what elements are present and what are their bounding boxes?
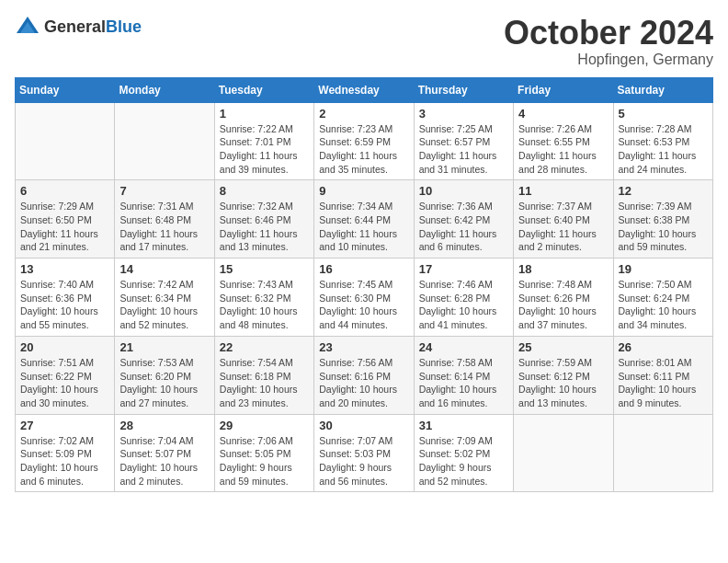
- day-info: Sunrise: 7:02 AMSunset: 5:09 PMDaylight:…: [20, 434, 109, 488]
- calendar-cell: 6Sunrise: 7:29 AMSunset: 6:50 PMDaylight…: [16, 180, 115, 259]
- day-number: 5: [619, 107, 708, 121]
- calendar-cell: 25Sunrise: 7:59 AMSunset: 6:12 PMDayligh…: [514, 336, 613, 414]
- day-info: Sunrise: 7:23 AMSunset: 6:59 PMDaylight:…: [319, 122, 408, 177]
- calendar-cell: 2Sunrise: 7:23 AMSunset: 6:59 PMDaylight…: [314, 102, 414, 180]
- location-title: Hopfingen, Germany: [504, 52, 713, 68]
- day-info: Sunrise: 7:39 AMSunset: 6:38 PMDaylight:…: [619, 200, 708, 254]
- day-info: Sunrise: 7:51 AMSunset: 6:22 PMDaylight:…: [20, 356, 109, 410]
- day-number: 29: [220, 419, 309, 432]
- calendar-cell: 12Sunrise: 7:39 AMSunset: 6:38 PMDayligh…: [613, 180, 712, 259]
- weekday-header: Saturday: [613, 77, 712, 102]
- calendar-body: 1Sunrise: 7:22 AMSunset: 7:01 PMDaylight…: [16, 102, 713, 492]
- day-info: Sunrise: 7:22 AMSunset: 7:01 PMDaylight:…: [220, 122, 309, 177]
- weekday-header: Sunday: [16, 77, 115, 102]
- weekday-row: SundayMondayTuesdayWednesdayThursdayFrid…: [16, 77, 713, 102]
- calendar-cell: 15Sunrise: 7:43 AMSunset: 6:32 PMDayligh…: [214, 259, 313, 337]
- day-number: 4: [518, 107, 608, 121]
- calendar-table: SundayMondayTuesdayWednesdayThursdayFrid…: [15, 77, 713, 493]
- day-number: 6: [20, 184, 109, 198]
- calendar-cell: 3Sunrise: 7:25 AMSunset: 6:57 PMDaylight…: [414, 102, 513, 180]
- calendar-cell: [514, 414, 613, 492]
- calendar-cell: 16Sunrise: 7:45 AMSunset: 6:30 PMDayligh…: [314, 259, 414, 337]
- day-info: Sunrise: 7:28 AMSunset: 6:53 PMDaylight:…: [619, 122, 708, 177]
- logo-text-general: General: [44, 17, 106, 36]
- weekday-header: Wednesday: [314, 77, 414, 102]
- day-info: Sunrise: 7:36 AMSunset: 6:42 PMDaylight:…: [419, 200, 508, 254]
- day-info: Sunrise: 7:06 AMSunset: 5:05 PMDaylight:…: [220, 434, 309, 488]
- day-info: Sunrise: 7:09 AMSunset: 5:02 PMDaylight:…: [419, 434, 508, 488]
- calendar-cell: 8Sunrise: 7:32 AMSunset: 6:46 PMDaylight…: [214, 180, 313, 259]
- calendar-cell: 18Sunrise: 7:48 AMSunset: 6:26 PMDayligh…: [514, 259, 613, 337]
- day-info: Sunrise: 7:34 AMSunset: 6:44 PMDaylight:…: [319, 200, 408, 254]
- day-info: Sunrise: 7:29 AMSunset: 6:50 PMDaylight:…: [20, 200, 109, 254]
- calendar-cell: 17Sunrise: 7:46 AMSunset: 6:28 PMDayligh…: [414, 259, 513, 337]
- day-number: 10: [419, 184, 508, 198]
- day-number: 2: [319, 107, 408, 121]
- day-number: 14: [119, 262, 209, 276]
- day-info: Sunrise: 7:46 AMSunset: 6:28 PMDaylight:…: [419, 278, 508, 332]
- calendar-week-row: 20Sunrise: 7:51 AMSunset: 6:22 PMDayligh…: [16, 336, 713, 414]
- calendar-week-row: 27Sunrise: 7:02 AMSunset: 5:09 PMDayligh…: [16, 414, 713, 492]
- calendar-cell: 22Sunrise: 7:54 AMSunset: 6:18 PMDayligh…: [214, 336, 313, 414]
- calendar-cell: [115, 102, 214, 180]
- day-info: Sunrise: 7:59 AMSunset: 6:12 PMDaylight:…: [518, 356, 608, 410]
- day-number: 20: [20, 340, 109, 354]
- calendar-cell: 20Sunrise: 7:51 AMSunset: 6:22 PMDayligh…: [16, 336, 115, 414]
- calendar-cell: 7Sunrise: 7:31 AMSunset: 6:48 PMDaylight…: [115, 180, 214, 259]
- day-info: Sunrise: 7:45 AMSunset: 6:30 PMDaylight:…: [319, 278, 408, 332]
- calendar-cell: 9Sunrise: 7:34 AMSunset: 6:44 PMDaylight…: [314, 180, 414, 259]
- calendar-cell: 29Sunrise: 7:06 AMSunset: 5:05 PMDayligh…: [214, 414, 313, 492]
- calendar-cell: 11Sunrise: 7:37 AMSunset: 6:40 PMDayligh…: [514, 180, 613, 259]
- day-number: 11: [518, 184, 608, 198]
- day-number: 15: [220, 262, 309, 276]
- title-block: October 2024 Hopfingen, Germany: [504, 15, 713, 68]
- day-number: 12: [619, 184, 708, 198]
- day-info: Sunrise: 7:53 AMSunset: 6:20 PMDaylight:…: [119, 356, 209, 410]
- calendar-cell: [613, 414, 712, 492]
- calendar-cell: 21Sunrise: 7:53 AMSunset: 6:20 PMDayligh…: [115, 336, 214, 414]
- day-number: 27: [20, 419, 109, 432]
- calendar-cell: 28Sunrise: 7:04 AMSunset: 5:07 PMDayligh…: [115, 414, 214, 492]
- day-number: 13: [20, 262, 109, 276]
- calendar-week-row: 6Sunrise: 7:29 AMSunset: 6:50 PMDaylight…: [16, 180, 713, 259]
- calendar-cell: [16, 102, 115, 180]
- day-info: Sunrise: 7:50 AMSunset: 6:24 PMDaylight:…: [619, 278, 708, 332]
- weekday-header: Monday: [115, 77, 214, 102]
- day-info: Sunrise: 7:31 AMSunset: 6:48 PMDaylight:…: [119, 200, 209, 254]
- calendar-cell: 10Sunrise: 7:36 AMSunset: 6:42 PMDayligh…: [414, 180, 513, 259]
- day-info: Sunrise: 7:43 AMSunset: 6:32 PMDaylight:…: [220, 278, 309, 332]
- day-info: Sunrise: 7:04 AMSunset: 5:07 PMDaylight:…: [119, 434, 209, 488]
- day-number: 9: [319, 184, 408, 198]
- day-number: 28: [119, 419, 209, 432]
- calendar-cell: 1Sunrise: 7:22 AMSunset: 7:01 PMDaylight…: [214, 102, 313, 180]
- day-info: Sunrise: 7:26 AMSunset: 6:55 PMDaylight:…: [518, 122, 608, 177]
- weekday-header: Tuesday: [214, 77, 313, 102]
- logo-text-blue: Blue: [106, 17, 142, 36]
- day-info: Sunrise: 7:37 AMSunset: 6:40 PMDaylight:…: [518, 200, 608, 254]
- day-info: Sunrise: 7:40 AMSunset: 6:36 PMDaylight:…: [20, 278, 109, 332]
- day-info: Sunrise: 7:56 AMSunset: 6:16 PMDaylight:…: [319, 356, 408, 410]
- day-number: 18: [518, 262, 608, 276]
- calendar-cell: 31Sunrise: 7:09 AMSunset: 5:02 PMDayligh…: [414, 414, 513, 492]
- day-number: 25: [518, 340, 608, 354]
- day-number: 17: [419, 262, 508, 276]
- day-number: 16: [319, 262, 408, 276]
- logo-icon: [15, 15, 40, 40]
- calendar-cell: 30Sunrise: 7:07 AMSunset: 5:03 PMDayligh…: [314, 414, 414, 492]
- day-number: 24: [419, 340, 508, 354]
- day-number: 1: [220, 107, 309, 121]
- weekday-header: Friday: [514, 77, 613, 102]
- day-number: 30: [319, 419, 408, 432]
- calendar-cell: 19Sunrise: 7:50 AMSunset: 6:24 PMDayligh…: [613, 259, 712, 337]
- day-info: Sunrise: 7:25 AMSunset: 6:57 PMDaylight:…: [419, 122, 508, 177]
- weekday-header: Thursday: [414, 77, 513, 102]
- calendar-cell: 4Sunrise: 7:26 AMSunset: 6:55 PMDaylight…: [514, 102, 613, 180]
- calendar-cell: 26Sunrise: 8:01 AMSunset: 6:11 PMDayligh…: [613, 336, 712, 414]
- day-number: 22: [220, 340, 309, 354]
- calendar-cell: 14Sunrise: 7:42 AMSunset: 6:34 PMDayligh…: [115, 259, 214, 337]
- day-info: Sunrise: 7:58 AMSunset: 6:14 PMDaylight:…: [419, 356, 508, 410]
- calendar-week-row: 13Sunrise: 7:40 AMSunset: 6:36 PMDayligh…: [16, 259, 713, 337]
- page-header: GeneralBlue October 2024 Hopfingen, Germ…: [15, 15, 713, 68]
- day-number: 8: [220, 184, 309, 198]
- calendar-cell: 13Sunrise: 7:40 AMSunset: 6:36 PMDayligh…: [16, 259, 115, 337]
